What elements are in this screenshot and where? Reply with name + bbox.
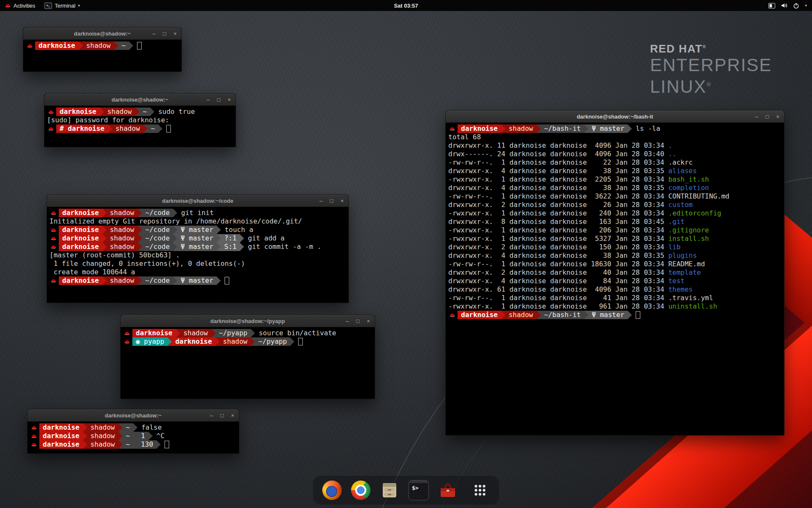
window-titlebar[interactable]: darknoise@shadow:~/bash-it – □ × xyxy=(446,110,784,123)
powerline-separator-icon xyxy=(138,276,142,285)
prompt-segment-path: ~/code xyxy=(142,276,173,285)
powerline-separator-icon xyxy=(114,41,118,50)
terminal-line: drwxrwxr-x. 11 darknoise darknoise 4096 … xyxy=(448,141,782,150)
prompt-segment-path: ~ xyxy=(123,440,134,449)
minimize-button[interactable]: – xyxy=(205,97,211,103)
prompt-segment-path: ~ xyxy=(123,423,134,432)
minimize-button[interactable]: – xyxy=(208,412,215,419)
powerline-separator-icon xyxy=(102,234,107,243)
prompt-segment-path: ~/bash-it xyxy=(541,311,584,319)
terminal-window-bash-it: darknoise@shadow:~/bash-it – □ × darknoi… xyxy=(445,110,785,436)
output-text: drwxrwxr-x. 2 darknoise darknoise 40 Jan… xyxy=(448,268,668,277)
output-text: drwxrwxr-x. 4 darknoise darknoise 38 Jan… xyxy=(448,184,668,192)
terminal-line: total 68 xyxy=(448,133,782,141)
output-text: drwx------. 24 darknoise darknoise 4096 … xyxy=(448,150,668,158)
maximize-button[interactable]: □ xyxy=(219,412,225,419)
maximize-button[interactable]: □ xyxy=(764,113,771,120)
maximize-button[interactable]: □ xyxy=(328,198,335,204)
terminal-line: [master (root-commit) 50bcb63] . xyxy=(49,251,346,260)
system-menu-chevron-icon[interactable]: ▾ xyxy=(805,3,807,8)
terminal-line: -rw-rw-r--. 1 darknoise darknoise 41 Jan… xyxy=(448,294,782,302)
prompt-segment-host: shadow xyxy=(219,337,251,346)
maximize-button[interactable]: □ xyxy=(161,30,168,37)
output-text: [sudo] password for darknoise: xyxy=(47,116,173,124)
powerline-separator-icon xyxy=(501,311,505,319)
close-button[interactable]: × xyxy=(229,412,236,419)
firefox-icon[interactable] xyxy=(322,480,342,500)
close-button[interactable]: × xyxy=(172,30,178,37)
minimize-button[interactable]: – xyxy=(753,113,760,120)
window-titlebar[interactable]: darknoise@shadow:~ – □ × xyxy=(27,409,239,422)
powerline-separator-icon xyxy=(240,243,244,251)
terminal-line: darknoiseshadow~1^C xyxy=(30,432,236,440)
file-manager-icon[interactable] xyxy=(380,480,399,500)
command-text: git add a xyxy=(244,234,285,243)
terminal-dock-icon[interactable]: $> xyxy=(409,480,429,500)
window-titlebar[interactable]: darknoise@shadow:~ – □ × xyxy=(44,94,236,106)
terminal-content[interactable]: darknoiseshadow~ xyxy=(23,40,181,52)
prompt-segment-user: darknoise xyxy=(172,337,215,346)
close-button[interactable]: × xyxy=(226,97,233,103)
terminal-line: drwxrwxr-x. 4 darknoise darknoise 38 Jan… xyxy=(448,184,782,192)
toolbox-icon[interactable] xyxy=(438,480,458,500)
powerline-separator-icon xyxy=(628,124,632,133)
terminal-line: darknoiseshadow~/bash-itΨ master xyxy=(448,311,782,319)
terminal-line: darknoiseshadow~/codeΨ masterS:1git comm… xyxy=(49,243,346,251)
activities-button[interactable]: Activities xyxy=(0,0,40,11)
terminal-content[interactable]: darknoiseshadow~/codegit initInitialized… xyxy=(47,207,348,287)
minimize-button[interactable]: – xyxy=(344,318,351,324)
command-text: ^C xyxy=(153,432,165,440)
powerline-separator-icon xyxy=(135,108,140,116)
terminal-line: create mode 100644 a xyxy=(49,268,346,276)
window-titlebar[interactable]: darknoise@shadow:~/pyapp – □ × xyxy=(121,315,375,327)
prompt-segment-user: darknoise xyxy=(458,124,501,133)
powerline-separator-icon xyxy=(148,432,153,440)
power-icon[interactable] xyxy=(793,3,799,9)
terminal-line: drwxrwxr-x. 2 darknoise darknoise 26 Jan… xyxy=(448,201,782,209)
prompt-segment-git: Ψ master xyxy=(177,226,217,234)
close-button[interactable]: × xyxy=(365,318,372,324)
prompt-segment-exit: 1 xyxy=(137,432,148,440)
redhat-prompt-icon xyxy=(50,228,57,232)
output-text: aliases xyxy=(668,167,697,175)
output-text: drwxrwxr-x. 61 darknoise darknoise 4096 … xyxy=(448,285,668,294)
terminal-content[interactable]: darknoiseshadow~sudo true[sudo] password… xyxy=(44,106,236,135)
terminal-content[interactable]: darknoiseshadow~/pyappsource bin/activat… xyxy=(121,327,375,348)
terminal-content[interactable]: darknoiseshadow~/bash-itΨ masterls -lato… xyxy=(446,123,784,321)
output-text: -rwxrwxr-x. 1 darknoise darknoise 5327 J… xyxy=(448,235,668,243)
prompt-segment-git: Ψ master xyxy=(588,124,628,133)
clock[interactable]: Sat 03:57 xyxy=(394,3,418,9)
minimize-button[interactable]: – xyxy=(318,198,324,204)
window-focus-icon[interactable] xyxy=(768,3,775,8)
maximize-button[interactable]: □ xyxy=(215,97,222,103)
terminal-line: darknoiseshadow~false xyxy=(30,423,236,432)
terminal-line: darknoiseshadow~/bash-itΨ masterls -la xyxy=(448,124,782,133)
terminal-line: darknoiseshadow~/pyappsource bin/activat… xyxy=(123,329,372,337)
window-title: darknoise@shadow:~ xyxy=(112,97,168,103)
minimize-button[interactable]: – xyxy=(151,30,157,37)
output-text: plugins xyxy=(668,251,697,260)
prompt-segment-user: darknoise xyxy=(39,423,83,432)
window-titlebar[interactable]: darknoise@shadow:~/code – □ × xyxy=(47,195,348,207)
close-button[interactable]: × xyxy=(339,198,346,204)
rhel-logo: RED HAT® ENTERPRISE LINUX® xyxy=(650,42,772,97)
terminal-content[interactable]: darknoiseshadow~falsedarknoiseshadow~1^C… xyxy=(27,422,239,450)
show-applications-icon[interactable] xyxy=(470,480,490,500)
output-text: 1 file changed, 0 insertions(+), 0 delet… xyxy=(49,260,245,268)
prompt-segment-stat: ?:1 xyxy=(221,234,240,243)
chrome-icon[interactable] xyxy=(351,480,370,500)
volume-icon[interactable] xyxy=(781,2,787,9)
prompt-segment-path: ~/bash-it xyxy=(541,124,584,133)
close-button[interactable]: × xyxy=(774,113,781,120)
output-text: -rwxrwxr-x. 1 darknoise darknoise 961 Ja… xyxy=(448,302,668,311)
powerline-separator-icon xyxy=(173,276,177,285)
terminal-line: drwxrwxr-x. 61 darknoise darknoise 4096 … xyxy=(448,285,782,294)
powerline-separator-icon xyxy=(176,329,180,337)
app-menu-terminal[interactable]: >_ Terminal ▾ xyxy=(40,0,85,11)
prompt-segment-host: shadow xyxy=(83,41,114,50)
window-titlebar[interactable]: darknoise@shadow:~ – □ × xyxy=(23,28,181,40)
redhat-prompt-icon xyxy=(124,331,130,336)
output-text: drwxrwxr-x. 2 darknoise darknoise 150 Ja… xyxy=(448,243,668,251)
terminal-cursor xyxy=(165,441,169,448)
maximize-button[interactable]: □ xyxy=(354,318,361,324)
